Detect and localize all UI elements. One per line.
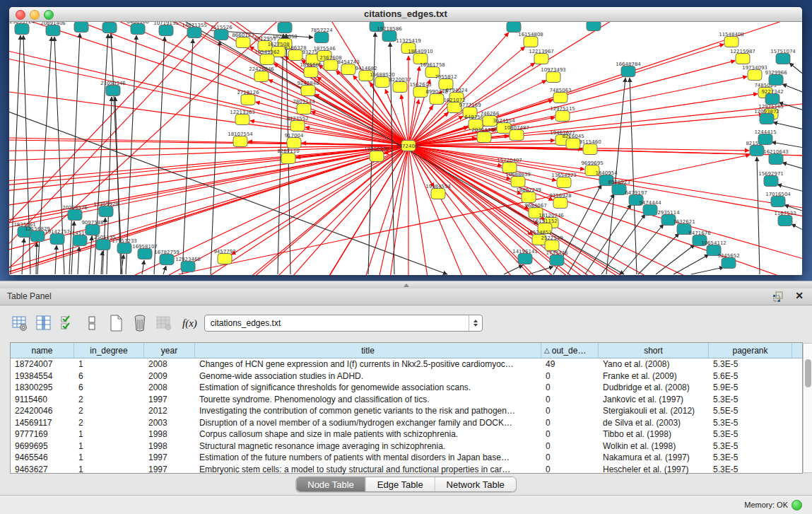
splitter-handle-icon[interactable] bbox=[404, 284, 409, 287]
graph-node[interactable]: 9457793 bbox=[213, 249, 235, 264]
black-edge[interactable] bbox=[792, 224, 802, 230]
scrollbar-thumb[interactable] bbox=[805, 359, 811, 387]
table-selector[interactable]: citations_edges.txt bbox=[204, 315, 483, 332]
graph-node[interactable]: 7857224 bbox=[310, 28, 333, 43]
table-row[interactable]: 969969511998Structural magnetic resonanc… bbox=[11, 440, 802, 452]
close-panel-icon[interactable]: ✕ bbox=[795, 290, 804, 301]
graph-node[interactable]: 12215987 bbox=[730, 49, 755, 64]
black-edge[interactable] bbox=[154, 37, 165, 274]
black-edge[interactable] bbox=[78, 247, 79, 274]
panel-splitter[interactable] bbox=[0, 281, 812, 288]
table-row[interactable]: 1938455462009Genome-wide association stu… bbox=[11, 370, 802, 382]
black-edge[interactable] bbox=[638, 233, 679, 274]
graph-node[interactable]: 19734093 bbox=[742, 65, 767, 81]
cell-name: 9699695 bbox=[11, 441, 74, 451]
black-edge[interactable] bbox=[772, 142, 802, 148]
black-edge[interactable] bbox=[36, 243, 37, 274]
column-header-title[interactable]: title bbox=[195, 343, 541, 358]
delete-icon[interactable] bbox=[130, 314, 150, 332]
unselect-icon[interactable] bbox=[82, 314, 102, 332]
black-edge[interactable] bbox=[789, 63, 802, 75]
graph-node[interactable]: 12213363 bbox=[230, 110, 255, 125]
graph-node[interactable]: 12213967 bbox=[529, 49, 554, 64]
graph-node[interactable]: 18107554 bbox=[228, 132, 253, 147]
table-settings-icon[interactable] bbox=[10, 314, 30, 332]
table-row[interactable]: 977716911998Corpus callosum shape and si… bbox=[11, 428, 802, 440]
tab-node-table[interactable]: Node Table bbox=[296, 477, 366, 491]
black-edge[interactable] bbox=[142, 260, 144, 274]
select-all-icon[interactable] bbox=[58, 314, 78, 332]
graph-node[interactable]: 8220037 bbox=[389, 77, 411, 93]
graph-node-label: 1244415 bbox=[754, 129, 776, 135]
graph-node[interactable]: 15751074 bbox=[770, 49, 796, 64]
black-edge[interactable] bbox=[782, 84, 802, 93]
graph-node[interactable]: 20891406 bbox=[40, 22, 66, 36]
show-column-icon[interactable] bbox=[34, 314, 54, 332]
black-edge[interactable] bbox=[782, 163, 802, 169]
table-row[interactable]: 946362711997Embryonic stem cells: a mode… bbox=[11, 464, 802, 476]
graph-node[interactable]: 7485063 bbox=[549, 88, 571, 103]
network-view-window[interactable]: citations_edges.txt 29055724208914061065… bbox=[9, 7, 802, 275]
table-row[interactable]: 1456911722003Disruption of a novel membe… bbox=[11, 417, 802, 429]
table-row[interactable]: 911546021997Tourette syndrome. Phenomeno… bbox=[11, 394, 802, 406]
graph-node[interactable]: 15692971 bbox=[758, 171, 784, 187]
graph-node[interactable]: 18807249 bbox=[516, 187, 541, 203]
table-row[interactable]: 946554611997Estimation of the future num… bbox=[11, 452, 802, 464]
tab-edge-table[interactable]: Edge Table bbox=[366, 477, 435, 491]
table-scrollbar[interactable] bbox=[803, 343, 812, 473]
column-header-indegree[interactable]: in_degree bbox=[74, 343, 144, 358]
graph-node[interactable]: 2718126 bbox=[237, 90, 259, 105]
graph-node[interactable]: 9756928 bbox=[549, 193, 571, 209]
import-table-icon[interactable] bbox=[154, 314, 174, 332]
black-edge[interactable] bbox=[89, 236, 92, 274]
graph-node[interactable]: 29055724 bbox=[9, 22, 35, 35]
cell-name: 19384554 bbox=[11, 371, 74, 381]
network-canvas[interactable]: 2905572420891406106532571527602846616010… bbox=[9, 22, 802, 275]
graph-node[interactable]: 17016504 bbox=[765, 192, 791, 207]
table-row[interactable]: 1830029562008Estimation of significance … bbox=[11, 382, 802, 394]
black-edge[interactable] bbox=[211, 41, 220, 274]
black-edge[interactable] bbox=[656, 245, 695, 274]
graph-node[interactable]: 2087682 bbox=[502, 22, 524, 33]
graph-node[interactable]: 10973493 bbox=[541, 67, 566, 83]
black-edge[interactable] bbox=[630, 78, 637, 274]
graph-node[interactable]: 1167533 bbox=[774, 211, 796, 226]
black-edge[interactable] bbox=[163, 266, 166, 274]
new-table-icon[interactable] bbox=[106, 314, 126, 332]
red-edge[interactable] bbox=[9, 117, 555, 233]
graph-node[interactable]: 22420046 bbox=[249, 66, 274, 82]
graph-node[interactable]: 12975115 bbox=[550, 106, 575, 122]
graph-node[interactable]: 16033809 bbox=[272, 22, 298, 33]
graph-node[interactable]: 14671355 bbox=[182, 23, 207, 38]
graph-node[interactable]: 10719155 bbox=[153, 22, 179, 36]
black-edge[interactable] bbox=[11, 35, 20, 274]
table-row[interactable]: 2242004622012Investigating the contribut… bbox=[11, 405, 802, 417]
graph-node[interactable]: 16210643 bbox=[763, 149, 789, 165]
table-row[interactable]: 1872400712008Changes of HCN gene express… bbox=[11, 358, 802, 370]
window-titlebar[interactable]: citations_edges.txt bbox=[9, 7, 802, 22]
graph-node[interactable]: 19142757 bbox=[45, 229, 70, 245]
black-edge[interactable] bbox=[504, 265, 523, 274]
black-edge[interactable] bbox=[777, 185, 802, 192]
black-edge[interactable] bbox=[773, 122, 802, 129]
column-header-short[interactable]: short bbox=[599, 343, 709, 358]
graph-node[interactable]: 20206576 bbox=[62, 205, 88, 221]
function-builder-icon[interactable]: f(x) bbox=[182, 317, 197, 329]
tab-network-table[interactable]: Network Table bbox=[435, 477, 516, 491]
black-edge[interactable] bbox=[691, 267, 724, 274]
column-header-pagerank[interactable]: pagerank bbox=[709, 343, 792, 358]
network-canvas-area[interactable]: 2905572420891406106532571527602846616010… bbox=[9, 22, 802, 275]
column-header-outde[interactable]: △out_de… bbox=[541, 343, 599, 358]
graph-node[interactable]: 16154808 bbox=[518, 32, 543, 47]
graph-node[interactable]: 10653257 bbox=[69, 22, 94, 33]
black-edge[interactable] bbox=[55, 245, 57, 274]
graph-node[interactable]: 917004 bbox=[285, 133, 304, 148]
graph-node[interactable]: 14196141 bbox=[512, 249, 538, 264]
float-panel-icon[interactable] bbox=[773, 291, 784, 302]
graph-node[interactable]: 20364486 bbox=[471, 127, 497, 143]
column-header-name[interactable]: name bbox=[11, 343, 74, 358]
column-header-year[interactable]: year bbox=[144, 343, 195, 358]
black-edge[interactable] bbox=[182, 39, 193, 274]
graph-node[interactable]: 1527602 bbox=[98, 22, 120, 33]
graph-node[interactable]: 9115460 bbox=[579, 139, 601, 155]
